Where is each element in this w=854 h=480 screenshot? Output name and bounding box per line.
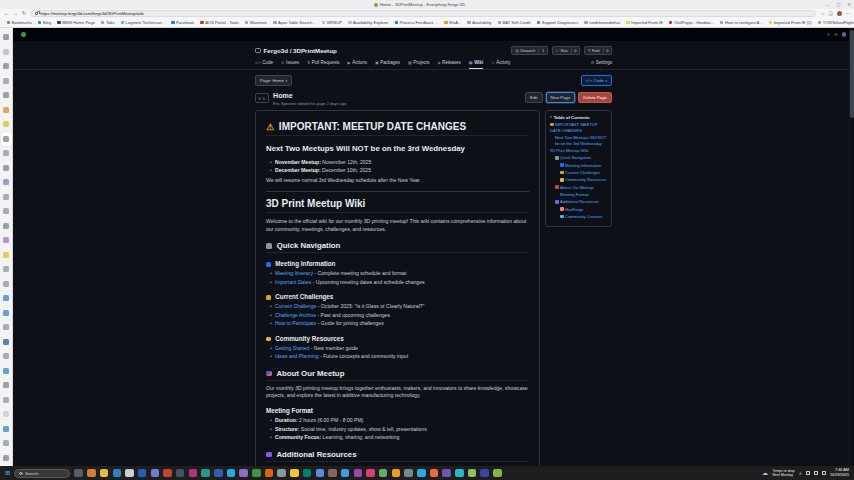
vertical-tab[interactable]	[1, 175, 12, 190]
code-dropdown-button[interactable]: </> Code▾	[581, 75, 612, 86]
taskbar-app-icon[interactable]	[303, 469, 312, 478]
vertical-tab[interactable]	[1, 117, 12, 132]
taskbar-app-icon[interactable]	[252, 469, 261, 478]
toc-link[interactable]: Community Resources	[550, 177, 607, 183]
toc-link[interactable]: Quick Navigation	[550, 155, 607, 161]
repo-title[interactable]: Fergo3d / 3DPrintMeetup	[264, 47, 337, 54]
maximize-icon[interactable]: ▢	[837, 2, 841, 7]
toc-link[interactable]: HueForge	[550, 207, 607, 213]
taskbar-app-icon[interactable]	[265, 469, 274, 478]
bookmark-item[interactable]: Ayan Table Search...	[271, 19, 319, 26]
taskbar-app-icon[interactable]	[354, 469, 363, 478]
taskbar-app-icon[interactable]	[113, 469, 122, 478]
wiki-link[interactable]: Important Dates	[275, 279, 311, 285]
back-icon[interactable]: ←	[4, 11, 9, 16]
taskbar-app-icon[interactable]	[468, 469, 477, 478]
wiki-link[interactable]: Challenge Archive	[275, 312, 316, 318]
refresh-icon[interactable]: ↻	[22, 11, 26, 16]
language-icon[interactable]	[806, 471, 810, 475]
toc-link[interactable]: Current Challenges	[550, 170, 607, 176]
taskbar-app-icon[interactable]	[379, 469, 388, 478]
vertical-tab[interactable]	[1, 407, 12, 422]
vertical-tab[interactable]	[1, 291, 12, 306]
social-count-button[interactable]: ☆Star 0	[552, 46, 580, 56]
social-count-button[interactable]: ◎Unwatch 1	[511, 46, 547, 56]
taskbar-app-icon[interactable]	[328, 469, 337, 478]
vertical-tab[interactable]	[1, 248, 12, 263]
volume-icon[interactable]	[822, 471, 826, 475]
taskbar-app-icon[interactable]	[138, 469, 147, 478]
close-icon[interactable]: ✕	[847, 2, 851, 7]
repo-tab[interactable]: </> Code	[255, 60, 273, 69]
bookmark-item[interactable]: Bookmarks	[4, 19, 34, 26]
bookmark-item[interactable]: Availability	[465, 19, 494, 26]
profile-avatar[interactable]	[837, 11, 842, 16]
collections-icon[interactable]: ❏	[828, 11, 832, 16]
taskbar-app-icon[interactable]	[366, 469, 375, 478]
vertical-tab[interactable]	[1, 262, 12, 277]
page-selector-dropdown[interactable]: Page: Home▾	[255, 75, 292, 86]
taskbar-app-icon[interactable]	[87, 469, 96, 478]
vertical-tab[interactable]	[1, 146, 12, 161]
address-bar[interactable]: https://meetup.fergo3d.com/fergo3d/3DPri…	[30, 10, 816, 17]
taskbar-app-icon[interactable]	[404, 469, 413, 478]
taskbar-app-icon[interactable]	[239, 469, 248, 478]
bookmark-item[interactable]: ChiliPeppr - Hardwa...	[666, 19, 716, 26]
vertical-tab[interactable]	[1, 422, 12, 437]
taskbar-app-icon[interactable]	[277, 469, 286, 478]
repo-tab[interactable]: ▤ Wiki	[469, 60, 484, 69]
repo-tab[interactable]: ⊙ Issues	[281, 60, 299, 69]
vertical-tab[interactable]	[1, 74, 12, 89]
vertical-tab[interactable]	[1, 320, 12, 335]
bookmark-item[interactable]: Logmein Technician...	[118, 19, 168, 26]
toc-link[interactable]: 3D Print Meetup Wiki	[550, 148, 607, 154]
repo-tab[interactable]: ◈ Releases	[438, 60, 461, 69]
vertical-tab[interactable]	[1, 103, 12, 118]
taskbar-app-icon[interactable]	[316, 469, 325, 478]
toc-title[interactable]: ▾ Table of Contents	[550, 115, 607, 120]
toc-link[interactable]: About Our Meetup	[550, 185, 607, 191]
vertical-tab[interactable]	[1, 364, 12, 379]
vertical-tab[interactable]	[1, 88, 12, 103]
taskbar-app-icon[interactable]	[189, 469, 198, 478]
vertical-tab[interactable]	[1, 349, 12, 364]
taskbar-app-icon[interactable]	[392, 469, 401, 478]
repo-tab[interactable]: ▦ Projects	[408, 60, 430, 69]
settings-ellipsis-icon[interactable]: ⋯	[846, 11, 851, 16]
taskbar-app-icon[interactable]	[290, 469, 299, 478]
bookmark-item[interactable]: Tabs	[98, 19, 117, 26]
taskbar-app-icon[interactable]	[163, 469, 172, 478]
taskbar-app-icon[interactable]	[493, 469, 502, 478]
taskbar-app-icon[interactable]	[430, 469, 439, 478]
network-icon[interactable]	[814, 471, 818, 475]
bookmark-item[interactable]: TOWSitloutFlight...	[815, 19, 854, 26]
social-count[interactable]: 1	[539, 46, 547, 56]
wiki-link[interactable]: Meeting Itinerary	[275, 270, 313, 276]
social-count-button[interactable]: YFork 0	[584, 46, 612, 56]
page-scrollbar[interactable]	[849, 28, 854, 466]
vertical-tab[interactable]	[1, 219, 12, 234]
vertical-tab[interactable]	[1, 451, 12, 466]
taskbar-app-icon[interactable]	[227, 469, 236, 478]
bookmark-item[interactable]: BAT Self-Credit	[495, 19, 533, 26]
wiki-link[interactable]: Ideas and Planning	[275, 353, 319, 359]
vertical-tab[interactable]	[1, 233, 12, 248]
bookmark-item[interactable]: Availability Explorer	[346, 19, 392, 26]
weather-widget[interactable]: ☁ ↓ Temps to drop Next Monday	[762, 469, 795, 478]
taskbar-app-icon[interactable]	[100, 469, 109, 478]
new-page-button[interactable]: New Page	[546, 92, 576, 103]
start-button-icon[interactable]: ⊞	[5, 470, 10, 477]
edit-button[interactable]: Edit	[525, 92, 542, 103]
scrollbar-thumb[interactable]	[850, 30, 854, 118]
vertical-tab[interactable]	[1, 393, 12, 408]
hidden-icons-chevron-icon[interactable]: ∧	[799, 471, 802, 476]
bookmark-item[interactable]: How to configure A...	[717, 19, 765, 26]
taskbar-app-icon[interactable]	[480, 469, 489, 478]
forward-icon[interactable]: →	[13, 11, 18, 16]
taskbar-app-icon[interactable]	[151, 469, 160, 478]
toc-link[interactable]: Meeting Format	[550, 192, 607, 198]
vertical-tab[interactable]	[1, 161, 12, 176]
revisions-badge[interactable]: 6 ↻	[255, 93, 269, 103]
bookmark-item[interactable]: Support Diagnostics	[534, 19, 581, 26]
bookmark-item[interactable]: WoA...	[442, 19, 464, 26]
